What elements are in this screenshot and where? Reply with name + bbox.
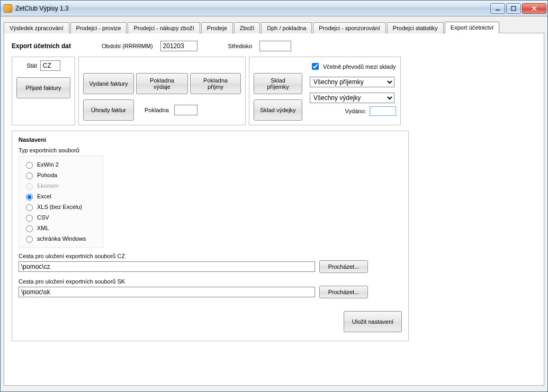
- path-cz-input[interactable]: [19, 261, 315, 272]
- radio-ekonom: Ekonom: [23, 180, 98, 191]
- group-stock: Sklad příjemky Sklad výdejky Včetně přev…: [249, 57, 401, 125]
- radio-pohoda[interactable]: Pohoda: [23, 170, 98, 180]
- cash-label: Pokladna: [145, 107, 169, 113]
- app-window: ZetClub Výpisy 1.3 Výsledek zpracování P…: [0, 0, 548, 392]
- browse-cz-button[interactable]: Procházet...: [319, 260, 368, 273]
- tab-export-accounting[interactable]: Export účetnictví: [445, 22, 499, 33]
- content-area: Výsledek zpracování Prodejci - provize P…: [1, 16, 547, 389]
- settings-title: Nastavení: [19, 136, 402, 143]
- header-row: Export účetních dat Období (RRRRMM) Stře…: [12, 41, 536, 51]
- path-sk-input[interactable]: [19, 287, 315, 297]
- cash-input[interactable]: [174, 105, 197, 115]
- stock-issues-button[interactable]: Sklad výdejky: [254, 99, 302, 121]
- period-label: Období (RRRRMM): [102, 43, 153, 49]
- tab-sponsoring[interactable]: Prodejci - sponzorování: [313, 22, 386, 33]
- maximize-button[interactable]: [506, 3, 521, 14]
- tabs-row: Výsledek zpracování Prodejci - provize P…: [4, 20, 544, 33]
- period-input[interactable]: [160, 41, 197, 51]
- group-state: Stát Přijaté faktury: [12, 57, 75, 125]
- radio-exwin2[interactable]: ExWin 2: [23, 159, 98, 170]
- save-settings-button[interactable]: Uložit nastavení: [344, 311, 402, 332]
- tab-sales[interactable]: Prodeje: [201, 22, 233, 33]
- settings-box: Nastavení Typ exportních souborů ExWin 2…: [12, 131, 409, 341]
- svg-rect-1: [511, 6, 516, 11]
- center-label: Středisko: [228, 43, 253, 49]
- receipts-select[interactable]: Všechny příjemky: [310, 77, 394, 87]
- state-input[interactable]: [40, 60, 60, 71]
- tab-panel: Export účetních dat Období (RRRRMM) Stře…: [4, 33, 544, 386]
- browse-sk-button[interactable]: Procházet...: [319, 286, 368, 298]
- issued-label: Vydáno:: [345, 108, 366, 114]
- export-type-radios: ExWin 2 Pohoda Ekonom Excel XLS (bez Exc…: [19, 156, 103, 248]
- tab-vat-cash[interactable]: Dph / pokladna: [261, 22, 312, 33]
- radio-xls[interactable]: XLS (bez Excelu): [23, 202, 98, 212]
- radio-xml[interactable]: XML: [23, 223, 98, 233]
- tab-results[interactable]: Výsledek zpracování: [4, 22, 69, 33]
- stock-receipts-button[interactable]: Sklad příjemky: [254, 73, 302, 94]
- export-type-title: Typ exportních souborů: [19, 147, 402, 153]
- window-title: ZetClub Výpisy 1.3: [15, 5, 489, 12]
- svg-rect-0: [496, 10, 500, 11]
- tab-statistics[interactable]: Prodejci statistiky: [387, 22, 444, 33]
- outgoing-invoices-button[interactable]: Vydané faktury: [83, 73, 134, 94]
- window-controls: [489, 3, 546, 14]
- center-input[interactable]: [259, 41, 291, 51]
- app-icon: [4, 4, 12, 13]
- issued-value: [370, 106, 396, 116]
- include-transfers-checkbox[interactable]: [312, 63, 319, 70]
- close-button[interactable]: [522, 3, 546, 14]
- radio-csv[interactable]: CSV: [23, 212, 98, 223]
- incoming-invoices-button[interactable]: Přijaté faktury: [16, 77, 70, 98]
- page-title: Export účetních dat: [12, 42, 71, 50]
- state-label: Stát: [26, 62, 37, 69]
- titlebar: ZetClub Výpisy 1.3: [1, 1, 547, 16]
- issues-select[interactable]: Všechny výdejky: [310, 93, 394, 103]
- tab-purchases[interactable]: Prodejci - nákupy zboží: [128, 22, 200, 33]
- cash-income-button[interactable]: Pokladna příjmy: [190, 73, 241, 94]
- radio-excel[interactable]: Excel: [23, 191, 98, 202]
- group-invoices-cash: Vydané faktury Pokladna výdaje Pokladna …: [78, 57, 246, 125]
- action-groups: Stát Přijaté faktury Vydané faktury Pokl…: [12, 57, 536, 125]
- path-cz-label: Cesta pro uložení exportních souborů CZ: [19, 253, 402, 259]
- minimize-button[interactable]: [490, 3, 505, 14]
- cash-expenses-button[interactable]: Pokladna výdaje: [136, 73, 188, 94]
- radio-clipboard[interactable]: schránka Windows: [23, 233, 98, 244]
- include-transfers-row: Včetně převodů mezi sklady: [310, 61, 396, 71]
- include-transfers-label: Včetně převodů mezi sklady: [323, 63, 396, 70]
- invoice-payments-button[interactable]: Úhrady faktur: [83, 99, 134, 121]
- tab-commissions[interactable]: Prodejci - provize: [70, 22, 127, 33]
- path-sk-label: Cesta pro uložení exportních souborů SK: [19, 278, 402, 285]
- tab-goods[interactable]: Zboží: [234, 22, 260, 33]
